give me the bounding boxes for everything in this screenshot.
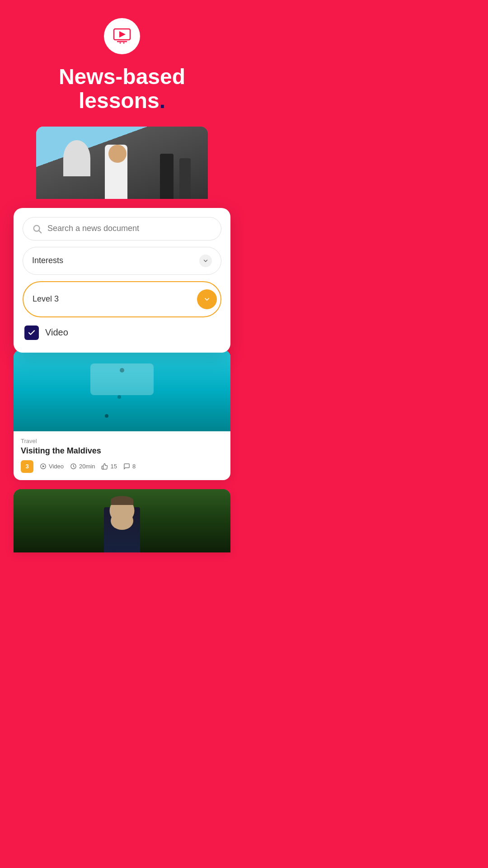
chevron-down-yellow-icon <box>203 296 211 303</box>
meta-comments: 8 <box>123 463 136 470</box>
svg-marker-8 <box>42 465 44 467</box>
app-logo <box>104 18 140 54</box>
top-section: News-based lessons. <box>0 0 244 208</box>
macron-card-image <box>14 489 230 552</box>
level-chevron-icon <box>197 289 217 309</box>
page-title: News-based lessons. <box>0 65 244 113</box>
svg-line-6 <box>39 231 41 233</box>
meta-likes: 15 <box>101 463 117 470</box>
chevron-down-icon <box>202 258 209 264</box>
card-body-maldives: Travel Visiting the Maldives 3 Video <box>14 431 230 480</box>
search-icon <box>32 224 42 234</box>
title-dot: . <box>160 89 165 113</box>
clock-icon <box>70 463 77 470</box>
interests-label: Interests <box>32 256 63 265</box>
news-card-maldives[interactable]: Travel Visiting the Maldives 3 Video <box>14 350 230 480</box>
svg-point-3 <box>120 42 121 44</box>
logo-icon <box>112 26 132 46</box>
checkmark-icon <box>28 329 36 337</box>
video-checkbox-row[interactable]: Video <box>23 324 221 342</box>
card-title: Visiting the Maldives <box>21 446 223 456</box>
f1-background-image <box>36 127 208 199</box>
interests-chevron-icon <box>199 255 212 267</box>
video-checkbox[interactable] <box>24 326 39 340</box>
search-input-wrapper[interactable] <box>23 217 221 241</box>
search-input[interactable] <box>47 224 212 233</box>
comment-icon <box>123 463 130 470</box>
maldives-card-image <box>14 350 230 431</box>
filter-panel: Interests Level 3 Video <box>14 208 230 353</box>
meta-duration: 20min <box>70 463 95 470</box>
top-card-image <box>36 127 208 199</box>
level-badge: 3 <box>21 460 33 473</box>
level-dropdown[interactable]: Level 3 <box>23 281 221 317</box>
thumb-up-icon <box>101 463 108 470</box>
interests-dropdown[interactable]: Interests <box>23 247 221 275</box>
card-meta: 3 Video 20min <box>21 460 223 473</box>
meta-type: Video <box>40 463 64 470</box>
level-label: Level 3 <box>33 294 59 304</box>
news-card-partial[interactable] <box>14 489 230 552</box>
cards-section: Travel Visiting the Maldives 3 Video <box>0 350 244 571</box>
svg-point-4 <box>123 42 125 44</box>
video-label: Video <box>45 327 68 338</box>
play-icon <box>40 463 47 470</box>
svg-marker-1 <box>119 31 126 38</box>
card-category: Travel <box>21 438 223 444</box>
